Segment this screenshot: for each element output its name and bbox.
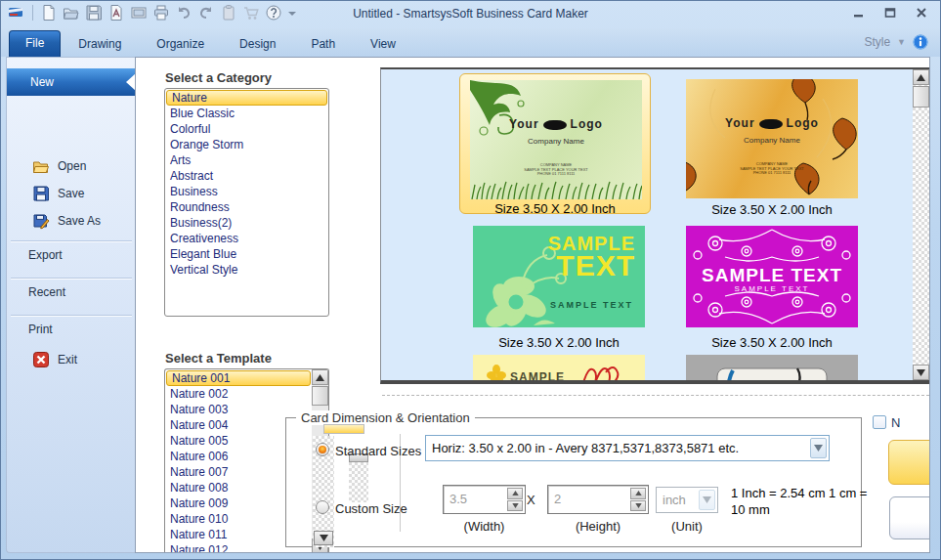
card-preview-nature-003[interactable]: SAMPLETEXT SAMPLE TEXT [473, 226, 645, 327]
category-listbox[interactable]: Nature Blue Classic Colorful Orange Stor… [164, 88, 329, 317]
card-preview-nature-001[interactable]: YourLogo Company Name COMPANY NAME SAMPL… [470, 80, 642, 199]
card-sample-text-big: SAMPLETEXT [548, 234, 635, 279]
dropdown-arrow-icon [699, 490, 715, 510]
style-dropdown[interactable]: Style [864, 35, 890, 49]
template-item[interactable]: Nature 002 [165, 386, 312, 402]
template-preview-panel: YourLogo Company Name COMPANY NAME SAMPL… [380, 67, 930, 384]
standard-sizes-radio[interactable] [316, 443, 329, 456]
menu-item-recent[interactable]: Recent [7, 280, 135, 305]
menu-item-open-label: Open [58, 159, 86, 173]
category-item[interactable]: Roundness [165, 199, 328, 215]
groupbox-label: Card Dimension & Orientation [296, 410, 475, 425]
unit-value: inch [663, 493, 686, 507]
card-sample-text-big: SAMPLE TEXT [686, 265, 858, 286]
menu-item-recent-label: Recent [28, 285, 65, 299]
card-dimension-groupbox: Card Dimension & Orientation Standard Si… [285, 417, 862, 547]
menu-item-print-label: Print [28, 323, 53, 336]
card-preview-nature-002[interactable]: YourLogo Company Name COMPANY NAME SAMPL… [686, 79, 858, 198]
custom-size-radio[interactable] [316, 500, 329, 514]
menu-item-export-label: Export [28, 248, 63, 262]
scrollbar-thumb[interactable] [913, 86, 929, 108]
spin-down-button[interactable] [507, 500, 523, 512]
template-item[interactable]: Nature 003 [165, 402, 312, 417]
option-checkbox-label: N [891, 415, 900, 430]
category-item[interactable]: Arts [165, 152, 328, 168]
menu-item-print[interactable]: Print [7, 317, 135, 342]
confirm-button[interactable] [888, 440, 930, 485]
minimize-button[interactable] [846, 5, 872, 20]
category-section-label: Select a Category [165, 70, 272, 85]
title-bar: Untitled - SmartsysSoft Business Card Ma… [1, 1, 940, 28]
red-monogram-graphic [580, 363, 620, 384]
scrollbar-thumb[interactable] [312, 386, 328, 406]
scroll-up-button[interactable] [913, 69, 929, 85]
multiply-label: X [527, 493, 535, 507]
unit-select[interactable]: inch [656, 487, 718, 513]
height-spinner[interactable]: 2 [547, 485, 649, 514]
menu-item-save-as[interactable]: Save As [7, 208, 135, 234]
card-logo-text-right: Logo [571, 117, 603, 131]
menu-item-exit-label: Exit [58, 353, 77, 366]
tab-view[interactable]: View [353, 32, 413, 57]
close-button[interactable] [909, 5, 934, 20]
custom-size-label: Custom Size [335, 501, 407, 516]
window-title: Untitled - SmartsysSoft Business Card Ma… [1, 1, 940, 28]
standard-size-select[interactable]: Horiz: 3.50 x 2.00 in - Avery 8371,5371,… [425, 435, 830, 461]
card-logo-text-right: Logo [787, 116, 819, 130]
maximize-button[interactable] [877, 5, 903, 20]
category-item[interactable]: Elegant Blue [165, 246, 328, 262]
menu-item-save-as-label: Save As [58, 214, 101, 228]
tab-drawing[interactable]: Drawing [61, 32, 139, 57]
category-item[interactable]: Creativeness [165, 231, 328, 246]
category-item[interactable]: Colorful [165, 121, 328, 137]
card-sample-text: SAMPLE [510, 370, 565, 384]
preview-scrollbar[interactable] [913, 69, 929, 380]
card-preview-nature-005[interactable]: SAMPLE [473, 355, 645, 384]
category-item[interactable]: Business [165, 184, 328, 199]
card-size-caption: Size 3.50 X 2.00 Inch [473, 335, 645, 350]
secondary-button[interactable] [889, 496, 930, 539]
pen-sketch-graphic [707, 361, 836, 384]
save-floppy-icon [32, 185, 50, 202]
spin-up-button[interactable] [630, 488, 646, 499]
menu-item-export[interactable]: Export [7, 242, 135, 268]
flower-mark-graphic [487, 365, 506, 384]
category-item[interactable]: Orange Storm [165, 137, 328, 152]
card-preview-nature-004[interactable]: SAMPLE TEXT SAMPLE TEXT [686, 226, 858, 327]
category-item[interactable]: Nature [166, 90, 327, 106]
category-item[interactable]: Blue Classic [165, 106, 328, 121]
scroll-up-button[interactable] [312, 369, 328, 385]
category-item[interactable]: Abstract [165, 168, 328, 184]
tab-organize[interactable]: Organize [139, 32, 222, 57]
width-caption: (Width) [443, 519, 526, 534]
card-size-caption: Size 3.50 X 2.00 Inch [686, 335, 858, 350]
category-item[interactable]: Vertical Style [165, 262, 328, 278]
card-details-text: COMPANY NAME SAMPLE TEXT PLACE YOUR TEXT… [704, 161, 841, 175]
card-size-caption: Size 3.50 X 2.00 Inch [460, 201, 650, 216]
tab-path[interactable]: Path [293, 32, 353, 57]
info-icon[interactable] [913, 34, 928, 50]
ribbon-tab-bar: File Drawing Organize Design Path View S… [1, 28, 940, 57]
dropdown-arrow-icon[interactable] [810, 438, 827, 458]
spin-down-button[interactable] [630, 500, 646, 512]
unit-caption: (Unit) [656, 519, 718, 534]
card-logo-text-left: Your [725, 116, 754, 130]
menu-item-new-label: New [30, 75, 54, 89]
tab-file[interactable]: File [9, 30, 61, 57]
menu-item-open[interactable]: Open [7, 153, 135, 179]
menu-item-save[interactable]: Save [7, 181, 135, 206]
tab-design[interactable]: Design [222, 32, 293, 57]
unit-conversion-note: 1 Inch = 2.54 cm 1 cm = 10 mm [731, 485, 868, 518]
menu-item-new[interactable]: New [7, 68, 136, 96]
card-preview-nature-006[interactable] [686, 355, 858, 384]
category-item[interactable]: Business(2) [165, 215, 328, 231]
menu-item-exit[interactable]: Exit [7, 347, 135, 372]
card-sample-text-small: SAMPLE TEXT [550, 300, 633, 310]
spin-up-button[interactable] [507, 488, 523, 499]
width-spinner[interactable]: 3.5 [443, 485, 526, 514]
scroll-down-button[interactable] [913, 365, 929, 380]
style-caret-icon[interactable]: ▼ [897, 37, 906, 47]
option-checkbox[interactable] [873, 415, 886, 429]
template-item[interactable]: Nature 001 [166, 370, 311, 386]
template-thumb-nature-001-selected[interactable]: YourLogo Company Name COMPANY NAME SAMPL… [459, 73, 651, 214]
